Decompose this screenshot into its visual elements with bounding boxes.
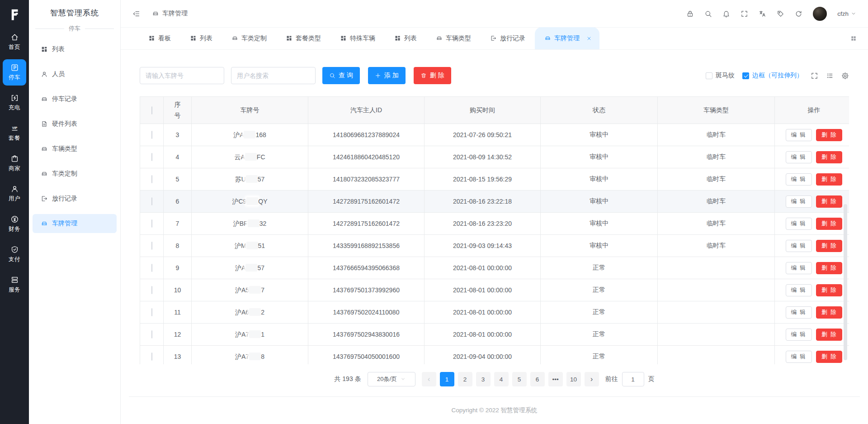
row-checkbox[interactable] bbox=[151, 175, 152, 183]
goto-page-input[interactable] bbox=[622, 372, 644, 386]
row-delete-button[interactable]: 删 除 bbox=[816, 151, 842, 163]
column-header-label: 车牌号 bbox=[241, 106, 259, 114]
row-edit-button[interactable]: 编 辑 bbox=[786, 240, 812, 252]
user-menu[interactable]: cfzh bbox=[837, 10, 856, 17]
row-edit-button[interactable]: 编 辑 bbox=[786, 151, 812, 163]
row-checkbox[interactable] bbox=[151, 308, 152, 316]
tag-icon[interactable] bbox=[777, 10, 784, 18]
close-icon[interactable] bbox=[585, 36, 590, 41]
row-checkbox[interactable] bbox=[151, 131, 152, 139]
list-settings-icon[interactable] bbox=[826, 72, 834, 80]
row-edit-button[interactable]: 编 辑 bbox=[786, 173, 812, 186]
sidebar-item-停车记录[interactable]: 停车记录 bbox=[33, 90, 117, 109]
username-search-input[interactable] bbox=[231, 67, 316, 84]
bell-icon[interactable] bbox=[722, 10, 730, 18]
row-delete-button[interactable]: 删 除 bbox=[816, 129, 842, 141]
tab-看板[interactable]: 看板 bbox=[139, 27, 180, 49]
sidebar-item-车牌管理[interactable]: 车牌管理 bbox=[33, 214, 117, 233]
row-delete-button[interactable]: 删 除 bbox=[816, 218, 842, 230]
rail-item-商家[interactable]: 商家 bbox=[3, 150, 26, 176]
page-button-2[interactable]: 2 bbox=[458, 372, 472, 386]
row-checkbox[interactable] bbox=[151, 286, 152, 294]
search-button[interactable]: 查 询 bbox=[322, 67, 360, 84]
sidebar-item-车类定制[interactable]: 车类定制 bbox=[33, 164, 117, 183]
tab-车辆类型[interactable]: 车辆类型 bbox=[426, 27, 481, 49]
fullscreen-icon[interactable] bbox=[741, 10, 748, 18]
rail-item-支付[interactable]: 支付 bbox=[3, 241, 26, 267]
row-delete-button[interactable]: 删 除 bbox=[816, 262, 842, 274]
row-delete-button[interactable]: 删 除 bbox=[816, 306, 842, 319]
row-edit-button[interactable]: 编 辑 bbox=[786, 306, 812, 319]
tab-套餐类型[interactable]: 套餐类型 bbox=[276, 27, 330, 49]
page-button-5[interactable]: 5 bbox=[512, 372, 527, 386]
gear-icon[interactable] bbox=[841, 72, 849, 80]
row-delete-button[interactable]: 删 除 bbox=[816, 329, 842, 341]
tab-列表[interactable]: 列表 bbox=[385, 27, 426, 49]
zebra-checkbox[interactable] bbox=[706, 72, 712, 79]
table-scrollbar[interactable] bbox=[844, 204, 847, 360]
translate-icon[interactable] bbox=[759, 10, 766, 18]
row-delete-button[interactable]: 删 除 bbox=[816, 284, 842, 296]
tab-车类定制[interactable]: 车类定制 bbox=[222, 27, 276, 49]
lock-icon[interactable] bbox=[686, 10, 694, 18]
rail-item-服务[interactable]: 服务 bbox=[3, 272, 26, 298]
row-checkbox[interactable] bbox=[151, 353, 152, 361]
next-page-button[interactable]: › bbox=[585, 372, 599, 386]
row-edit-button[interactable]: 编 辑 bbox=[786, 329, 812, 341]
page-button-3[interactable]: 3 bbox=[476, 372, 491, 386]
rail-item-充电[interactable]: 充电 bbox=[3, 90, 26, 116]
user-avatar[interactable] bbox=[813, 7, 827, 21]
row-checkbox[interactable] bbox=[151, 242, 152, 250]
row-edit-button[interactable]: 编 辑 bbox=[786, 284, 812, 296]
row-checkbox[interactable] bbox=[151, 153, 152, 161]
rail-item-停车[interactable]: 停车 bbox=[3, 59, 26, 86]
page-button-10[interactable]: 10 bbox=[566, 372, 581, 386]
more-pages-button[interactable]: ••• bbox=[548, 372, 563, 386]
row-edit-button[interactable]: 编 辑 bbox=[786, 262, 812, 274]
plate-search-input[interactable] bbox=[140, 67, 224, 84]
page-button-4[interactable]: 4 bbox=[494, 372, 509, 386]
border-checkbox[interactable] bbox=[742, 72, 749, 79]
rail-item-用户[interactable]: 用户 bbox=[3, 181, 26, 207]
refresh-icon[interactable] bbox=[795, 10, 802, 18]
cell-plate: 沪A57 bbox=[192, 257, 308, 279]
sidebar-item-人员[interactable]: 人员 bbox=[33, 65, 117, 84]
rail-item-套餐[interactable]: VIP套餐 bbox=[3, 120, 26, 146]
tab-特殊车辆[interactable]: 特殊车辆 bbox=[330, 27, 385, 49]
sidebar-item-车辆类型[interactable]: 车辆类型 bbox=[33, 139, 117, 158]
rail-item-首页[interactable]: 首页 bbox=[3, 29, 26, 55]
page-button-1[interactable]: 1 bbox=[440, 372, 454, 386]
rail-item-财务[interactable]: 财务 bbox=[3, 211, 26, 237]
delete-button[interactable]: 删 除 bbox=[414, 67, 451, 84]
tab-options-button[interactable] bbox=[850, 35, 857, 42]
sidebar-item-放行记录[interactable]: 放行记录 bbox=[33, 189, 117, 208]
collapse-sidebar-button[interactable] bbox=[132, 10, 140, 18]
tab-放行记录[interactable]: 放行记录 bbox=[481, 27, 535, 49]
tab-列表[interactable]: 列表 bbox=[180, 27, 222, 49]
page-size-select[interactable]: 20条/页 bbox=[368, 372, 415, 386]
search-icon[interactable] bbox=[704, 10, 712, 18]
fullscreen-icon[interactable] bbox=[811, 72, 818, 80]
row-delete-button[interactable]: 删 除 bbox=[816, 173, 842, 186]
row-checkbox[interactable] bbox=[151, 219, 152, 228]
row-edit-button[interactable]: 编 辑 bbox=[786, 218, 812, 230]
prev-page-button[interactable]: ‹ bbox=[422, 372, 436, 386]
row-delete-button[interactable]: 删 除 bbox=[816, 240, 842, 252]
zebra-stripe-toggle[interactable]: 斑马纹 bbox=[706, 71, 735, 80]
row-checkbox[interactable] bbox=[151, 264, 152, 272]
row-checkbox[interactable] bbox=[151, 197, 152, 205]
row-delete-button[interactable]: 删 除 bbox=[816, 195, 842, 208]
row-delete-button[interactable]: 删 除 bbox=[816, 351, 842, 363]
row-edit-button[interactable]: 编 辑 bbox=[786, 129, 812, 141]
row-edit-button[interactable]: 编 辑 bbox=[786, 351, 812, 363]
page-button-6[interactable]: 6 bbox=[530, 372, 545, 386]
select-all-checkbox[interactable] bbox=[151, 106, 152, 114]
app-logo[interactable] bbox=[0, 0, 29, 29]
border-toggle[interactable]: 边框（可拉伸列） bbox=[742, 71, 803, 80]
row-edit-button[interactable]: 编 辑 bbox=[786, 195, 812, 208]
row-checkbox[interactable] bbox=[151, 330, 152, 338]
sidebar-item-列表[interactable]: 列表 bbox=[33, 40, 117, 59]
sidebar-item-硬件列表[interactable]: 硬件列表 bbox=[33, 114, 117, 133]
tab-车牌管理[interactable]: 车牌管理 bbox=[535, 27, 599, 49]
add-button[interactable]: 添 加 bbox=[368, 67, 406, 84]
